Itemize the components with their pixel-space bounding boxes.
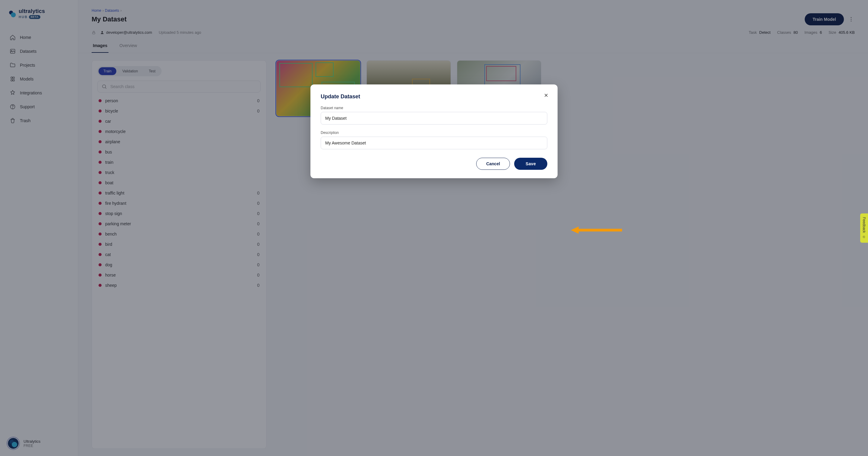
feedback-tab[interactable]: Feedback ☺ [860,213,868,243]
dataset-name-label: Dataset name [321,106,547,110]
save-button[interactable]: Save [514,158,547,170]
dataset-desc-input[interactable] [321,137,547,149]
dataset-desc-label: Description [321,131,547,135]
modal-title: Update Dataset [321,93,547,100]
annotation-arrow-icon [571,226,622,234]
feedback-label: Feedback [862,217,866,233]
modal-overlay: Update Dataset Dataset name Description … [0,0,868,456]
update-dataset-modal: Update Dataset Dataset name Description … [310,84,558,178]
cancel-button[interactable]: Cancel [476,158,510,170]
dataset-name-input[interactable] [321,112,547,124]
svg-marker-20 [571,227,579,234]
smile-icon: ☺ [862,235,866,239]
close-icon[interactable] [542,91,550,99]
